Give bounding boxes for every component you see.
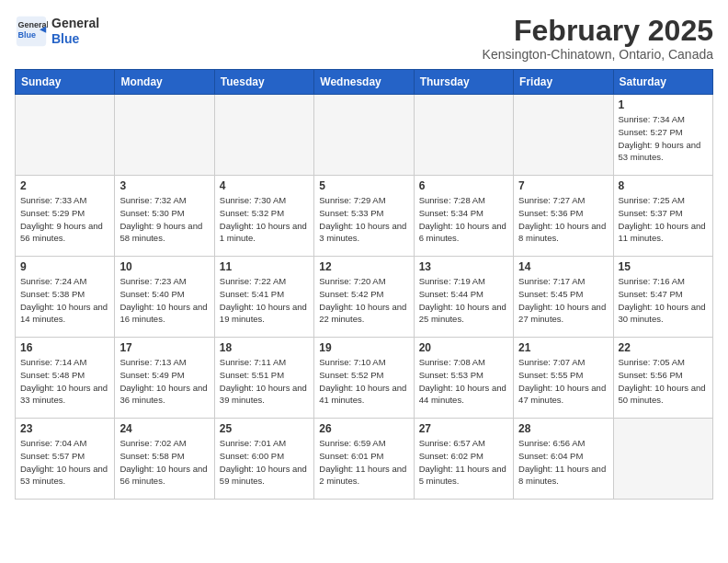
calendar-cell	[115, 95, 214, 176]
day-info: Sunrise: 7:28 AMSunset: 5:34 PMDaylight:…	[419, 194, 508, 245]
day-number: 6	[419, 179, 508, 192]
calendar-cell: 23Sunrise: 7:04 AMSunset: 5:57 PMDayligh…	[16, 419, 115, 500]
day-number: 14	[518, 260, 608, 273]
day-info: Sunrise: 7:19 AMSunset: 5:44 PMDaylight:…	[419, 275, 508, 326]
day-number: 9	[20, 260, 109, 273]
calendar-table: SundayMondayTuesdayWednesdayThursdayFrid…	[15, 69, 713, 500]
weekday-header-tuesday: Tuesday	[214, 70, 313, 95]
day-info: Sunrise: 7:17 AMSunset: 5:45 PMDaylight:…	[518, 275, 608, 326]
day-info: Sunrise: 7:11 AMSunset: 5:51 PMDaylight:…	[220, 356, 309, 407]
day-info: Sunrise: 7:08 AMSunset: 5:53 PMDaylight:…	[419, 356, 508, 407]
calendar-cell: 25Sunrise: 7:01 AMSunset: 6:00 PMDayligh…	[214, 419, 313, 500]
week-row-2: 2Sunrise: 7:33 AMSunset: 5:29 PMDaylight…	[16, 176, 713, 257]
week-row-4: 16Sunrise: 7:14 AMSunset: 5:48 PMDayligh…	[16, 338, 713, 419]
day-number: 28	[518, 422, 608, 435]
calendar-cell	[214, 95, 313, 176]
calendar-cell: 21Sunrise: 7:07 AMSunset: 5:55 PMDayligh…	[514, 338, 613, 419]
day-info: Sunrise: 7:04 AMSunset: 5:57 PMDaylight:…	[20, 437, 109, 488]
day-info: Sunrise: 7:33 AMSunset: 5:29 PMDaylight:…	[20, 194, 109, 245]
calendar-cell: 4Sunrise: 7:30 AMSunset: 5:32 PMDaylight…	[214, 176, 313, 257]
calendar-cell: 11Sunrise: 7:22 AMSunset: 5:41 PMDayligh…	[214, 257, 313, 338]
calendar-cell: 13Sunrise: 7:19 AMSunset: 5:44 PMDayligh…	[414, 257, 513, 338]
day-info: Sunrise: 7:16 AMSunset: 5:47 PMDaylight:…	[619, 275, 708, 326]
weekday-header-thursday: Thursday	[414, 70, 513, 95]
day-number: 23	[20, 422, 109, 435]
day-info: Sunrise: 7:01 AMSunset: 6:00 PMDaylight:…	[220, 437, 309, 488]
week-row-3: 9Sunrise: 7:24 AMSunset: 5:38 PMDaylight…	[16, 257, 713, 338]
page-header: General Blue General Blue February 2025 …	[15, 15, 713, 62]
calendar-cell: 8Sunrise: 7:25 AMSunset: 5:37 PMDaylight…	[613, 176, 712, 257]
day-number: 16	[20, 341, 109, 354]
day-info: Sunrise: 7:30 AMSunset: 5:32 PMDaylight:…	[220, 194, 309, 245]
day-info: Sunrise: 7:22 AMSunset: 5:41 PMDaylight:…	[220, 275, 309, 326]
day-info: Sunrise: 7:24 AMSunset: 5:38 PMDaylight:…	[20, 275, 109, 326]
calendar-cell: 18Sunrise: 7:11 AMSunset: 5:51 PMDayligh…	[214, 338, 313, 419]
day-info: Sunrise: 6:57 AMSunset: 6:02 PMDaylight:…	[419, 437, 508, 488]
week-row-5: 23Sunrise: 7:04 AMSunset: 5:57 PMDayligh…	[16, 419, 713, 500]
logo-general: General	[51, 16, 99, 31]
calendar-cell: 15Sunrise: 7:16 AMSunset: 5:47 PMDayligh…	[613, 257, 712, 338]
day-info: Sunrise: 6:56 AMSunset: 6:04 PMDaylight:…	[518, 437, 608, 488]
calendar-cell: 2Sunrise: 7:33 AMSunset: 5:29 PMDaylight…	[16, 176, 115, 257]
calendar-cell: 22Sunrise: 7:05 AMSunset: 5:56 PMDayligh…	[613, 338, 712, 419]
logo-icon: General Blue	[15, 15, 48, 48]
day-number: 19	[319, 341, 408, 354]
day-number: 2	[20, 179, 109, 192]
calendar-cell: 26Sunrise: 6:59 AMSunset: 6:01 PMDayligh…	[314, 419, 414, 500]
day-number: 27	[419, 422, 508, 435]
calendar-cell: 5Sunrise: 7:29 AMSunset: 5:33 PMDaylight…	[314, 176, 414, 257]
day-info: Sunrise: 7:25 AMSunset: 5:37 PMDaylight:…	[619, 194, 708, 245]
day-info: Sunrise: 7:13 AMSunset: 5:49 PMDaylight:…	[119, 356, 209, 407]
calendar-cell: 27Sunrise: 6:57 AMSunset: 6:02 PMDayligh…	[414, 419, 513, 500]
calendar-cell: 24Sunrise: 7:02 AMSunset: 5:58 PMDayligh…	[115, 419, 214, 500]
month-title: February 2025	[483, 15, 713, 47]
day-info: Sunrise: 7:07 AMSunset: 5:55 PMDaylight:…	[518, 356, 608, 407]
title-block: February 2025 Kensington-Chinatown, Onta…	[483, 15, 713, 62]
day-number: 3	[119, 179, 209, 192]
logo: General Blue General Blue	[15, 15, 99, 48]
day-info: Sunrise: 7:34 AMSunset: 5:27 PMDaylight:…	[619, 113, 708, 164]
day-number: 18	[220, 341, 309, 354]
svg-text:Blue: Blue	[18, 30, 37, 40]
calendar-cell: 10Sunrise: 7:23 AMSunset: 5:40 PMDayligh…	[115, 257, 214, 338]
logo-blue: Blue	[51, 31, 99, 47]
day-number: 24	[119, 422, 209, 435]
day-number: 5	[319, 179, 408, 192]
weekday-header-wednesday: Wednesday	[314, 70, 414, 95]
calendar-cell: 7Sunrise: 7:27 AMSunset: 5:36 PMDaylight…	[514, 176, 613, 257]
day-info: Sunrise: 7:29 AMSunset: 5:33 PMDaylight:…	[319, 194, 408, 245]
day-info: Sunrise: 7:14 AMSunset: 5:48 PMDaylight:…	[20, 356, 109, 407]
weekday-header-row: SundayMondayTuesdayWednesdayThursdayFrid…	[16, 70, 713, 95]
location-subtitle: Kensington-Chinatown, Ontario, Canada	[483, 47, 713, 62]
calendar-cell	[613, 419, 712, 500]
calendar-cell: 12Sunrise: 7:20 AMSunset: 5:42 PMDayligh…	[314, 257, 414, 338]
weekday-header-sunday: Sunday	[16, 70, 115, 95]
weekday-header-monday: Monday	[115, 70, 214, 95]
day-number: 26	[319, 422, 408, 435]
calendar-cell	[314, 95, 414, 176]
day-info: Sunrise: 6:59 AMSunset: 6:01 PMDaylight:…	[319, 437, 408, 488]
day-number: 10	[119, 260, 209, 273]
day-number: 4	[220, 179, 309, 192]
calendar-cell: 3Sunrise: 7:32 AMSunset: 5:30 PMDaylight…	[115, 176, 214, 257]
calendar-cell: 17Sunrise: 7:13 AMSunset: 5:49 PMDayligh…	[115, 338, 214, 419]
day-number: 17	[119, 341, 209, 354]
calendar-cell: 19Sunrise: 7:10 AMSunset: 5:52 PMDayligh…	[314, 338, 414, 419]
day-number: 21	[518, 341, 608, 354]
calendar-cell: 20Sunrise: 7:08 AMSunset: 5:53 PMDayligh…	[414, 338, 513, 419]
week-row-1: 1Sunrise: 7:34 AMSunset: 5:27 PMDaylight…	[16, 95, 713, 176]
day-number: 20	[419, 341, 508, 354]
calendar-cell: 28Sunrise: 6:56 AMSunset: 6:04 PMDayligh…	[514, 419, 613, 500]
day-info: Sunrise: 7:20 AMSunset: 5:42 PMDaylight:…	[319, 275, 408, 326]
day-info: Sunrise: 7:32 AMSunset: 5:30 PMDaylight:…	[119, 194, 209, 245]
calendar-cell	[414, 95, 513, 176]
day-number: 8	[619, 179, 708, 192]
calendar-cell: 6Sunrise: 7:28 AMSunset: 5:34 PMDaylight…	[414, 176, 513, 257]
calendar-cell	[16, 95, 115, 176]
calendar-cell: 1Sunrise: 7:34 AMSunset: 5:27 PMDaylight…	[613, 95, 712, 176]
day-number: 22	[619, 341, 708, 354]
weekday-header-saturday: Saturday	[613, 70, 712, 95]
day-number: 12	[319, 260, 408, 273]
day-info: Sunrise: 7:02 AMSunset: 5:58 PMDaylight:…	[119, 437, 209, 488]
calendar-cell: 16Sunrise: 7:14 AMSunset: 5:48 PMDayligh…	[16, 338, 115, 419]
